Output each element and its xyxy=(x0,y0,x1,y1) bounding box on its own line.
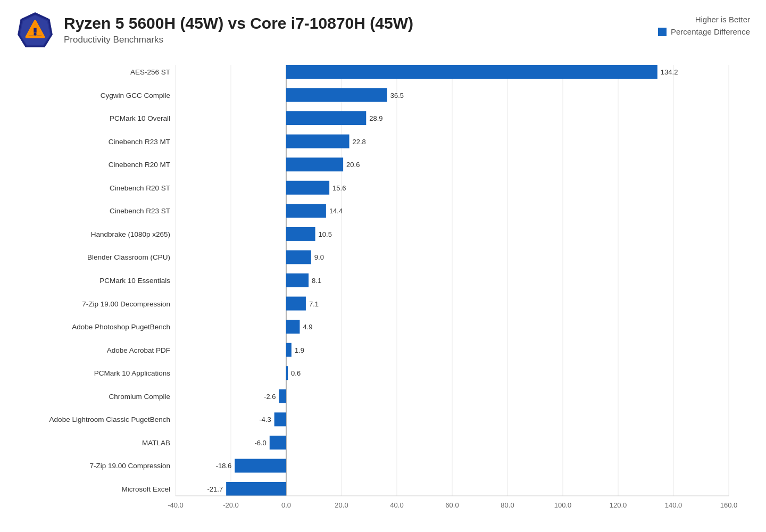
svg-text:-4.3: -4.3 xyxy=(259,415,271,423)
svg-text:Cinebench R20 MT: Cinebench R20 MT xyxy=(109,161,170,169)
svg-text:20.6: 20.6 xyxy=(346,161,360,169)
svg-text:160.0: 160.0 xyxy=(720,501,738,509)
svg-text:Cygwin GCC Compile: Cygwin GCC Compile xyxy=(101,92,170,99)
header-left: Ryzen 5 5600H (45W) vs Core i7-10870H (4… xyxy=(16,11,413,49)
svg-text:Cinebench R23 ST: Cinebench R23 ST xyxy=(110,207,170,215)
svg-text:-40.0: -40.0 xyxy=(168,501,184,509)
svg-text:PCMark 10 Applications: PCMark 10 Applications xyxy=(94,369,171,377)
svg-text:Chromium Compile: Chromium Compile xyxy=(109,393,170,401)
svg-rect-33 xyxy=(286,88,387,102)
title-block: Ryzen 5 5600H (45W) vs Core i7-10870H (4… xyxy=(64,14,413,45)
logo-icon xyxy=(16,11,54,49)
svg-text:20.0: 20.0 xyxy=(335,501,348,509)
svg-text:Adobe Photoshop PugetBench: Adobe Photoshop PugetBench xyxy=(72,323,170,331)
svg-rect-39 xyxy=(286,135,349,148)
svg-text:8.1: 8.1 xyxy=(312,277,321,285)
svg-text:28.9: 28.9 xyxy=(369,114,382,122)
svg-text:134.2: 134.2 xyxy=(661,68,678,76)
svg-text:100.0: 100.0 xyxy=(554,501,572,509)
svg-text:AES-256 ST: AES-256 ST xyxy=(130,68,170,76)
svg-text:Adobe Acrobat PDF: Adobe Acrobat PDF xyxy=(107,346,170,354)
svg-text:PCMark 10 Essentials: PCMark 10 Essentials xyxy=(99,277,170,285)
svg-text:15.6: 15.6 xyxy=(332,184,346,192)
svg-rect-84 xyxy=(226,482,286,496)
svg-rect-60 xyxy=(286,297,306,311)
svg-rect-69 xyxy=(286,366,288,380)
legend-color-box xyxy=(658,28,667,36)
bar-chart-svg: -40.0-20.00.020.040.060.080.0100.0120.01… xyxy=(16,60,750,517)
legend-label: Percentage Difference xyxy=(671,27,750,36)
chart-area: -40.0-20.00.020.040.060.080.0100.0120.01… xyxy=(16,60,750,517)
svg-text:7-Zip 19.00 Decompression: 7-Zip 19.00 Decompression xyxy=(82,300,170,308)
svg-rect-5 xyxy=(34,28,36,32)
svg-text:1.9: 1.9 xyxy=(295,346,304,354)
svg-text:-18.6: -18.6 xyxy=(216,462,232,470)
svg-rect-78 xyxy=(270,436,286,450)
svg-text:7.1: 7.1 xyxy=(309,300,319,308)
svg-text:-6.0: -6.0 xyxy=(254,439,266,447)
svg-rect-45 xyxy=(286,181,329,195)
svg-text:Microsoft Excel: Microsoft Excel xyxy=(121,485,170,493)
svg-text:10.5: 10.5 xyxy=(319,230,332,238)
svg-text:22.8: 22.8 xyxy=(353,138,366,146)
chart-container: Ryzen 5 5600H (45W) vs Core i7-10870H (4… xyxy=(0,0,766,532)
svg-rect-48 xyxy=(286,204,326,218)
svg-text:-21.7: -21.7 xyxy=(207,485,223,493)
legend-item: Percentage Difference xyxy=(658,27,750,36)
svg-text:120.0: 120.0 xyxy=(610,501,627,509)
header: Ryzen 5 5600H (45W) vs Core i7-10870H (4… xyxy=(16,11,750,49)
svg-rect-66 xyxy=(286,343,292,357)
svg-rect-54 xyxy=(286,250,311,264)
svg-text:0.0: 0.0 xyxy=(281,501,291,509)
svg-rect-51 xyxy=(286,227,315,241)
svg-text:Handbrake (1080p x265): Handbrake (1080p x265) xyxy=(91,230,170,238)
svg-text:40.0: 40.0 xyxy=(390,501,403,509)
svg-text:Cinebench R20 ST: Cinebench R20 ST xyxy=(110,184,170,192)
svg-text:MATLAB: MATLAB xyxy=(142,439,170,447)
svg-text:Cinebench R23 MT: Cinebench R23 MT xyxy=(109,138,170,146)
svg-text:-20.0: -20.0 xyxy=(223,501,239,509)
svg-rect-57 xyxy=(286,273,309,287)
svg-rect-42 xyxy=(286,157,343,171)
svg-rect-30 xyxy=(286,65,657,79)
svg-text:7-Zip 19.00 Compression: 7-Zip 19.00 Compression xyxy=(89,462,170,470)
legend: Higher is Better Percentage Difference xyxy=(658,11,750,36)
svg-text:80.0: 80.0 xyxy=(501,501,514,509)
svg-text:0.6: 0.6 xyxy=(291,369,301,377)
svg-text:36.5: 36.5 xyxy=(390,92,404,99)
svg-text:60.0: 60.0 xyxy=(445,501,459,509)
legend-higher-label: Higher is Better xyxy=(658,15,750,24)
svg-rect-81 xyxy=(235,459,286,472)
svg-text:4.9: 4.9 xyxy=(303,323,312,331)
svg-rect-63 xyxy=(286,320,299,334)
svg-text:14.4: 14.4 xyxy=(329,207,343,215)
svg-text:-2.6: -2.6 xyxy=(264,393,276,401)
svg-rect-75 xyxy=(274,412,286,426)
chart-subtitle: Productivity Benchmarks xyxy=(64,35,413,45)
svg-text:9.0: 9.0 xyxy=(314,253,324,261)
svg-text:PCMark 10 Overall: PCMark 10 Overall xyxy=(110,114,170,122)
svg-rect-36 xyxy=(286,111,366,125)
chart-title: Ryzen 5 5600H (45W) vs Core i7-10870H (4… xyxy=(64,14,413,32)
svg-point-6 xyxy=(34,32,36,35)
svg-text:Adobe Lightroom Classic PugetB: Adobe Lightroom Classic PugetBench xyxy=(49,415,170,423)
svg-text:140.0: 140.0 xyxy=(665,501,682,509)
svg-rect-72 xyxy=(279,389,286,403)
svg-text:Blender Classroom (CPU): Blender Classroom (CPU) xyxy=(87,253,170,261)
